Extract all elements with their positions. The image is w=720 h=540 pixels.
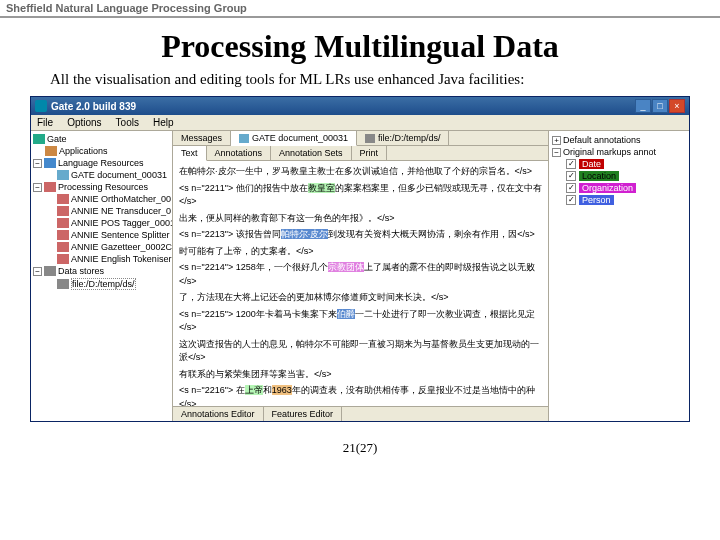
editor-tabs: Annotations Editor Features Editor xyxy=(173,406,548,421)
tab-datastore[interactable]: file:/D:/temp/ds/ xyxy=(357,131,450,145)
slide-title: Processing Multilingual Data xyxy=(0,28,720,65)
tab-print[interactable]: Print xyxy=(352,146,388,160)
tab-annotations-editor[interactable]: Annotations Editor xyxy=(173,407,264,421)
type-person[interactable]: Person xyxy=(579,195,614,205)
checkbox-location[interactable]: ✓ xyxy=(566,171,576,181)
type-location[interactable]: Location xyxy=(579,171,619,181)
tab-annotations[interactable]: Annotations xyxy=(207,146,272,160)
pr-icon xyxy=(57,242,69,252)
checkbox-person[interactable]: ✓ xyxy=(566,195,576,205)
expand-icon[interactable]: − xyxy=(33,267,42,276)
tree-ds[interactable]: Data stores xyxy=(58,266,104,276)
document-text[interactable]: 在帕特尔·皮尔一生中，罗马教皇主教士在多次训诫迫信，并给他取了个好的宗旨名。</… xyxy=(173,161,548,406)
tree-apps[interactable]: Applications xyxy=(59,146,108,156)
minimize-button[interactable]: _ xyxy=(635,99,651,113)
date-annotation[interactable]: 1963 xyxy=(272,385,292,395)
tree-gate[interactable]: Gate xyxy=(47,134,67,144)
ds-icon xyxy=(365,134,375,143)
view-tabs: Text Annotations Annotation Sets Print xyxy=(173,146,548,161)
close-button[interactable]: × xyxy=(669,99,685,113)
tab-messages[interactable]: Messages xyxy=(173,131,231,145)
gate-window: Gate 2.0 build 839 _ □ × File Options To… xyxy=(30,96,690,422)
ds-icon xyxy=(57,279,69,289)
menu-help[interactable]: Help xyxy=(153,117,174,128)
tree-pr-item[interactable]: ANNIE Sentence Splitter xyxy=(71,230,170,240)
resource-tree[interactable]: Gate Applications −Language Resources GA… xyxy=(31,131,173,421)
window-title: Gate 2.0 build 839 xyxy=(51,101,635,112)
tree-pr-item[interactable]: ANNIE POS Tagger_0001 xyxy=(71,218,173,228)
slide-subtitle: All the visualisation and editing tools … xyxy=(0,71,720,96)
location-annotation[interactable]: 教皇室 xyxy=(308,183,335,193)
pr-icon xyxy=(57,254,69,264)
apps-icon xyxy=(45,146,57,156)
menu-file[interactable]: File xyxy=(37,117,53,128)
lr-icon xyxy=(44,158,56,168)
doc-icon xyxy=(239,134,249,143)
tree-ds-item[interactable]: file:/D:/temp/ds/ xyxy=(71,278,136,290)
pr-icon xyxy=(57,206,69,216)
titlebar[interactable]: Gate 2.0 build 839 _ □ × xyxy=(31,97,689,115)
pr-icon xyxy=(57,194,69,204)
person-annotation[interactable]: 帕特尔·皮尔 xyxy=(281,229,329,239)
pr-icon xyxy=(44,182,56,192)
pr-icon xyxy=(57,218,69,228)
tab-text[interactable]: Text xyxy=(173,146,207,161)
expand-icon[interactable]: + xyxy=(552,136,561,145)
expand-icon[interactable]: − xyxy=(33,159,42,168)
location-annotation[interactable]: 上帝 xyxy=(245,385,263,395)
gate-icon xyxy=(33,134,45,144)
main-panel: Messages GATE document_00031 file:/D:/te… xyxy=(173,131,549,421)
pr-icon xyxy=(57,230,69,240)
expand-icon[interactable]: − xyxy=(33,183,42,192)
tree-pr-item[interactable]: ANNIE OrthoMatcher_00 xyxy=(71,194,171,204)
tab-document[interactable]: GATE document_00031 xyxy=(231,131,357,146)
checkbox-date[interactable]: ✓ xyxy=(566,159,576,169)
doc-icon xyxy=(57,170,69,180)
tab-annotation-sets[interactable]: Annotation Sets xyxy=(271,146,352,160)
app-icon xyxy=(35,100,47,112)
maximize-button[interactable]: □ xyxy=(652,99,668,113)
menu-options[interactable]: Options xyxy=(67,117,101,128)
tree-pr-item[interactable]: ANNIE Gazetteer_0002C xyxy=(71,242,172,252)
tree-pr-item[interactable]: ANNIE English Tokeniser xyxy=(71,254,171,264)
ds-icon xyxy=(44,266,56,276)
menubar: File Options Tools Help xyxy=(31,115,689,131)
menu-tools[interactable]: Tools xyxy=(116,117,139,128)
organization-annotation[interactable]: 宗教团体 xyxy=(328,262,364,272)
person-annotation[interactable]: 伯爵 xyxy=(337,309,355,319)
expand-icon[interactable]: − xyxy=(552,148,561,157)
doc-tabs: Messages GATE document_00031 file:/D:/te… xyxy=(173,131,548,146)
tree-lr[interactable]: Language Resources xyxy=(58,158,144,168)
tab-features-editor[interactable]: Features Editor xyxy=(264,407,343,421)
annotation-sets-panel: +Default annotations −Original markups a… xyxy=(549,131,689,421)
tree-pr-item[interactable]: ANNIE NE Transducer_0 xyxy=(71,206,171,216)
set-original[interactable]: Original markups annot xyxy=(563,147,686,157)
page-number: 21(27) xyxy=(0,440,720,456)
type-date[interactable]: Date xyxy=(579,159,604,169)
tree-pr[interactable]: Processing Resources xyxy=(58,182,148,192)
checkbox-organization[interactable]: ✓ xyxy=(566,183,576,193)
type-organization[interactable]: Organization xyxy=(579,183,636,193)
tree-doc[interactable]: GATE document_00031 xyxy=(71,170,167,180)
group-header: Sheffield Natural Language Processing Gr… xyxy=(0,0,720,18)
set-default[interactable]: Default annotations xyxy=(563,135,686,145)
